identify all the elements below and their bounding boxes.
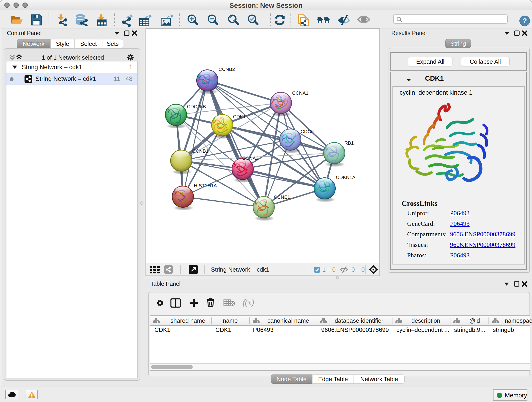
svg-text:RB1: RB1: [344, 140, 354, 146]
svg-text:CDC6: CDC6: [301, 129, 314, 134]
svg-text:CCNA1: CCNA1: [292, 90, 308, 96]
svg-text:CCNE1: CCNE1: [274, 194, 290, 200]
svg-text:HIST1H1A: HIST1H1A: [194, 183, 217, 188]
svg-text:CCNA2: CCNA2: [242, 155, 259, 161]
svg-text:CDKN1A: CDKN1A: [336, 175, 355, 180]
svg-text:CCNB1: CCNB1: [192, 148, 209, 153]
svg-text:CDC25B: CDC25B: [187, 104, 206, 109]
svg-text:CCNB2: CCNB2: [219, 66, 235, 72]
svg-text:CDK1: CDK1: [233, 114, 246, 119]
svg-text:?: ?: [522, 17, 527, 25]
